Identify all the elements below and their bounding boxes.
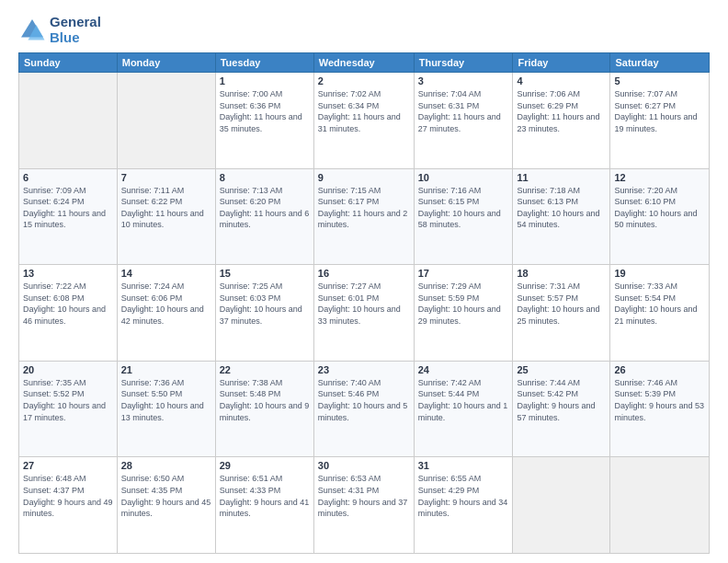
calendar-cell: 21Sunrise: 7:36 AMSunset: 5:50 PMDayligh… (117, 361, 215, 457)
calendar-cell: 2Sunrise: 7:02 AMSunset: 6:34 PMDaylight… (313, 73, 414, 169)
day-number: 15 (220, 268, 310, 279)
calendar-table: SundayMondayTuesdayWednesdayThursdayFrid… (18, 52, 710, 554)
day-number: 3 (418, 75, 509, 86)
calendar-cell: 23Sunrise: 7:40 AMSunset: 5:46 PMDayligh… (313, 361, 414, 457)
day-detail: Sunrise: 7:35 AMSunset: 5:52 PMDaylight:… (23, 377, 113, 423)
week-row-1: 6Sunrise: 7:09 AMSunset: 6:24 PMDaylight… (19, 168, 710, 265)
day-number: 2 (318, 75, 410, 86)
logo: General Blue (18, 15, 101, 45)
day-detail: Sunrise: 7:13 AMSunset: 6:20 PMDaylight:… (220, 185, 310, 231)
calendar-cell: 7Sunrise: 7:11 AMSunset: 6:22 PMDaylight… (117, 168, 215, 265)
day-number: 26 (614, 364, 705, 375)
day-detail: Sunrise: 7:42 AMSunset: 5:44 PMDaylight:… (418, 377, 509, 423)
day-detail: Sunrise: 6:48 AMSunset: 4:37 PMDaylight:… (23, 473, 113, 519)
day-detail: Sunrise: 7:00 AMSunset: 6:36 PMDaylight:… (220, 88, 310, 134)
day-number: 27 (23, 460, 113, 471)
day-detail: Sunrise: 7:15 AMSunset: 6:17 PMDaylight:… (318, 185, 410, 231)
day-detail: Sunrise: 7:33 AMSunset: 5:54 PMDaylight:… (614, 281, 705, 327)
calendar-cell: 19Sunrise: 7:33 AMSunset: 5:54 PMDayligh… (610, 265, 710, 362)
day-detail: Sunrise: 7:18 AMSunset: 6:13 PMDaylight:… (517, 185, 606, 231)
calendar-cell: 11Sunrise: 7:18 AMSunset: 6:13 PMDayligh… (513, 168, 610, 265)
weekday-header-monday: Monday (117, 53, 215, 73)
calendar-cell: 10Sunrise: 7:16 AMSunset: 6:15 PMDayligh… (414, 168, 513, 265)
page: General Blue SundayMondayTuesdayWednesda… (0, 0, 728, 563)
day-detail: Sunrise: 7:31 AMSunset: 5:57 PMDaylight:… (517, 281, 606, 327)
calendar-cell: 20Sunrise: 7:35 AMSunset: 5:52 PMDayligh… (19, 361, 118, 457)
day-detail: Sunrise: 6:50 AMSunset: 4:35 PMDaylight:… (121, 473, 211, 519)
day-number: 25 (517, 364, 606, 375)
calendar-cell: 6Sunrise: 7:09 AMSunset: 6:24 PMDaylight… (19, 168, 118, 265)
day-detail: Sunrise: 7:27 AMSunset: 6:01 PMDaylight:… (318, 281, 410, 327)
calendar-cell: 9Sunrise: 7:15 AMSunset: 6:17 PMDaylight… (313, 168, 414, 265)
calendar-cell: 26Sunrise: 7:46 AMSunset: 5:39 PMDayligh… (610, 361, 710, 457)
day-number: 28 (121, 460, 211, 471)
calendar-cell (610, 457, 710, 554)
weekday-header-row: SundayMondayTuesdayWednesdayThursdayFrid… (19, 53, 710, 73)
day-detail: Sunrise: 7:02 AMSunset: 6:34 PMDaylight:… (318, 88, 410, 134)
day-number: 20 (23, 364, 113, 375)
day-number: 22 (220, 364, 310, 375)
weekday-header-wednesday: Wednesday (313, 53, 414, 73)
day-number: 5 (614, 75, 705, 86)
day-number: 13 (23, 268, 113, 279)
day-detail: Sunrise: 7:06 AMSunset: 6:29 PMDaylight:… (517, 88, 606, 134)
weekday-header-friday: Friday (513, 53, 610, 73)
day-detail: Sunrise: 7:16 AMSunset: 6:15 PMDaylight:… (418, 185, 509, 231)
calendar-cell: 5Sunrise: 7:07 AMSunset: 6:27 PMDaylight… (610, 73, 710, 169)
logo-text: General Blue (50, 15, 101, 45)
day-detail: Sunrise: 7:09 AMSunset: 6:24 PMDaylight:… (23, 185, 113, 231)
calendar-cell (117, 73, 215, 169)
day-number: 29 (220, 460, 310, 471)
day-number: 17 (418, 268, 509, 279)
week-row-2: 13Sunrise: 7:22 AMSunset: 6:08 PMDayligh… (19, 265, 710, 362)
weekday-header-saturday: Saturday (610, 53, 710, 73)
day-number: 1 (220, 75, 310, 86)
week-row-0: 1Sunrise: 7:00 AMSunset: 6:36 PMDaylight… (19, 73, 710, 169)
logo-icon (18, 17, 46, 44)
weekday-header-thursday: Thursday (414, 53, 513, 73)
calendar-cell (19, 73, 118, 169)
calendar-cell: 24Sunrise: 7:42 AMSunset: 5:44 PMDayligh… (414, 361, 513, 457)
day-detail: Sunrise: 7:36 AMSunset: 5:50 PMDaylight:… (121, 377, 211, 423)
day-detail: Sunrise: 6:53 AMSunset: 4:31 PMDaylight:… (318, 473, 410, 519)
day-number: 8 (220, 172, 310, 183)
day-detail: Sunrise: 6:51 AMSunset: 4:33 PMDaylight:… (220, 473, 310, 519)
calendar-cell: 1Sunrise: 7:00 AMSunset: 6:36 PMDaylight… (215, 73, 313, 169)
day-detail: Sunrise: 7:29 AMSunset: 5:59 PMDaylight:… (418, 281, 509, 327)
calendar-cell: 28Sunrise: 6:50 AMSunset: 4:35 PMDayligh… (117, 457, 215, 554)
day-detail: Sunrise: 7:04 AMSunset: 6:31 PMDaylight:… (418, 88, 509, 134)
day-number: 14 (121, 268, 211, 279)
day-detail: Sunrise: 7:11 AMSunset: 6:22 PMDaylight:… (121, 185, 211, 231)
day-number: 18 (517, 268, 606, 279)
calendar-cell: 29Sunrise: 6:51 AMSunset: 4:33 PMDayligh… (215, 457, 313, 554)
header: General Blue (18, 15, 710, 45)
calendar-cell: 27Sunrise: 6:48 AMSunset: 4:37 PMDayligh… (19, 457, 118, 554)
weekday-header-tuesday: Tuesday (215, 53, 313, 73)
day-detail: Sunrise: 7:07 AMSunset: 6:27 PMDaylight:… (614, 88, 705, 134)
calendar-cell: 12Sunrise: 7:20 AMSunset: 6:10 PMDayligh… (610, 168, 710, 265)
day-number: 10 (418, 172, 509, 183)
day-number: 11 (517, 172, 606, 183)
calendar-cell: 13Sunrise: 7:22 AMSunset: 6:08 PMDayligh… (19, 265, 118, 362)
weekday-header-sunday: Sunday (19, 53, 118, 73)
day-number: 23 (318, 364, 410, 375)
day-number: 16 (318, 268, 410, 279)
day-number: 12 (614, 172, 705, 183)
calendar-cell: 18Sunrise: 7:31 AMSunset: 5:57 PMDayligh… (513, 265, 610, 362)
day-detail: Sunrise: 7:44 AMSunset: 5:42 PMDaylight:… (517, 377, 606, 423)
day-detail: Sunrise: 7:46 AMSunset: 5:39 PMDaylight:… (614, 377, 705, 423)
day-detail: Sunrise: 6:55 AMSunset: 4:29 PMDaylight:… (418, 473, 509, 519)
calendar-cell: 4Sunrise: 7:06 AMSunset: 6:29 PMDaylight… (513, 73, 610, 169)
day-number: 19 (614, 268, 705, 279)
day-number: 31 (418, 460, 509, 471)
day-number: 7 (121, 172, 211, 183)
calendar-cell: 16Sunrise: 7:27 AMSunset: 6:01 PMDayligh… (313, 265, 414, 362)
calendar-cell (513, 457, 610, 554)
day-number: 30 (318, 460, 410, 471)
day-number: 21 (121, 364, 211, 375)
week-row-4: 27Sunrise: 6:48 AMSunset: 4:37 PMDayligh… (19, 457, 710, 554)
day-detail: Sunrise: 7:20 AMSunset: 6:10 PMDaylight:… (614, 185, 705, 231)
day-detail: Sunrise: 7:24 AMSunset: 6:06 PMDaylight:… (121, 281, 211, 327)
calendar-cell: 25Sunrise: 7:44 AMSunset: 5:42 PMDayligh… (513, 361, 610, 457)
day-number: 6 (23, 172, 113, 183)
